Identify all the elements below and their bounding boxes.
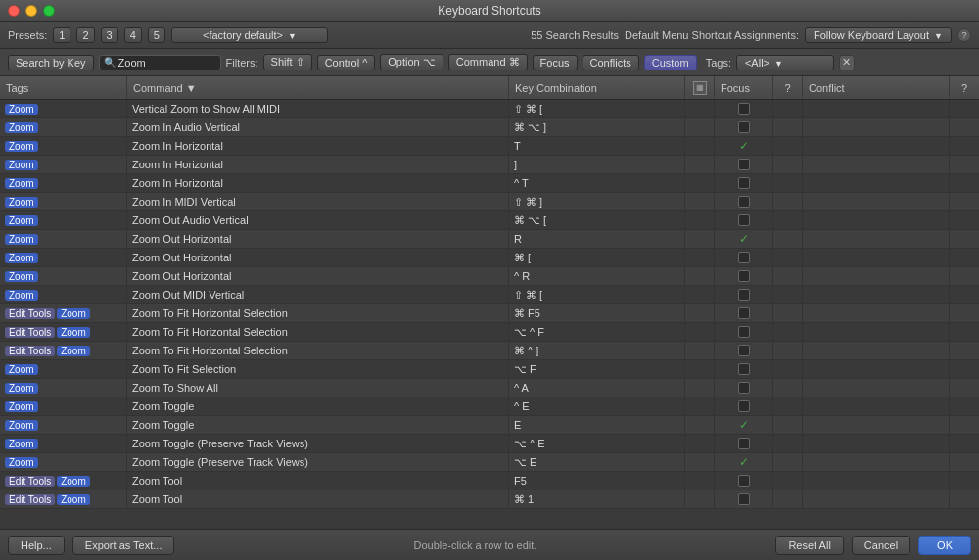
layout-dropdown[interactable]: Follow Keyboard Layout ▼ (805, 27, 952, 43)
table-row[interactable]: ZoomZoom Out Audio Vertical⌘ ⌥ [ (0, 211, 979, 230)
table-row[interactable]: ZoomZoom Toggle^ E (0, 397, 979, 416)
filmstrip-cell (685, 435, 715, 452)
command-cell: Zoom In Horizontal (127, 156, 509, 173)
col-header-focus-help[interactable]: ? (773, 76, 803, 99)
preset-1-button[interactable]: 1 (53, 27, 70, 43)
search-by-key-button[interactable]: Search by Key (8, 55, 94, 70)
filmstrip-cell (685, 342, 715, 359)
minimize-button[interactable] (25, 5, 37, 17)
preset-dropdown[interactable]: <factory default> ▼ (171, 27, 328, 43)
tag-badge: Zoom (5, 160, 38, 170)
conflict-help-cell (950, 286, 979, 303)
conflict-cell (803, 304, 950, 322)
conflict-help-cell (950, 174, 979, 192)
table-row[interactable]: Edit ToolsZoomZoom To Fit Horizontal Sel… (0, 342, 979, 360)
command-cell: Vertical Zoom to Show All MIDI (127, 100, 509, 117)
table-row[interactable]: ZoomZoom ToggleE✓ (0, 416, 979, 435)
preset-4-button[interactable]: 4 (124, 27, 142, 43)
table-row[interactable]: ZoomZoom Out MIDI Vertical⇧ ⌘ [ (0, 286, 979, 304)
command-cell: Zoom Toggle (Preserve Track Views) (127, 453, 509, 471)
cancel-button[interactable]: Cancel (852, 536, 910, 555)
focus-help-cell (773, 156, 803, 173)
tag-badge: Zoom (5, 178, 38, 189)
search-results: 55 Search Results (531, 29, 619, 41)
table-row[interactable]: Edit ToolsZoomZoom Tool⌘ 1 (0, 490, 979, 509)
focus-help-cell (773, 304, 803, 322)
help-button[interactable]: Help... (8, 536, 65, 555)
tags-cell: Zoom (0, 174, 127, 192)
reset-all-button[interactable]: Reset All (775, 536, 843, 555)
table-row[interactable]: ZoomZoom Out Horizontal^ R (0, 267, 979, 286)
conflict-help-cell (950, 249, 979, 266)
tag-badge: Zoom (5, 197, 38, 208)
conflict-help-cell (950, 267, 979, 285)
custom-filter-button[interactable]: Custom (644, 55, 697, 70)
close-button[interactable] (8, 5, 20, 17)
ok-button[interactable]: OK (918, 536, 971, 555)
table-row[interactable]: ZoomZoom To Fit Selection⌥ F (0, 360, 979, 379)
table-row[interactable]: ZoomZoom Out HorizontalR✓ (0, 230, 979, 249)
presets-label: Presets: (8, 29, 47, 41)
filmstrip-cell (685, 472, 715, 490)
tag-badge: Zoom (5, 457, 38, 468)
table-row[interactable]: Edit ToolsZoomZoom To Fit Horizontal Sel… (0, 323, 979, 342)
key-cell: ^ E (509, 397, 685, 415)
table-row[interactable]: ZoomZoom Toggle (Preserve Track Views)⌥ … (0, 435, 979, 453)
key-cell: ⌘ ⌥ ] (509, 118, 685, 136)
table-row[interactable]: ZoomZoom In Audio Vertical⌘ ⌥ ] (0, 118, 979, 137)
table-row[interactable]: ZoomZoom In HorizontalT✓ (0, 137, 979, 156)
preset-2-button[interactable]: 2 (76, 27, 94, 43)
table-row[interactable]: ZoomZoom To Show All^ A (0, 379, 979, 397)
control-filter-button[interactable]: Control ^ (317, 55, 376, 70)
help-icon[interactable]: ? (957, 28, 971, 42)
focus-help-cell (773, 323, 803, 341)
focus-help-cell (773, 211, 803, 229)
col-header-command[interactable]: Command ▼ (127, 76, 509, 99)
table-row[interactable]: ZoomZoom Out Horizontal⌘ [ (0, 249, 979, 267)
tags-dropdown[interactable]: <All> ▼ (736, 55, 834, 70)
tags-cell: Zoom (0, 230, 127, 248)
table-row[interactable]: ZoomZoom Toggle (Preserve Track Views)⌥ … (0, 453, 979, 472)
command-filter-button[interactable]: Command ⌘ (448, 54, 528, 70)
table-row[interactable]: ZoomZoom In MIDI Vertical⇧ ⌘ ] (0, 193, 979, 211)
command-cell: Zoom To Fit Horizontal Selection (127, 342, 509, 359)
table-row[interactable]: ZoomZoom In Horizontal^ T (0, 174, 979, 193)
maximize-button[interactable] (43, 5, 55, 17)
tags-cell: Zoom (0, 118, 127, 136)
preset-5-button[interactable]: 5 (148, 27, 165, 43)
export-button[interactable]: Export as Text... (72, 536, 175, 555)
filter-bar: Search by Key 🔍 Filters: Shift ⇧ Control… (0, 49, 979, 76)
conflict-cell (803, 249, 950, 266)
conflicts-filter-button[interactable]: Conflicts (583, 55, 639, 70)
tags-cell: Zoom (0, 435, 127, 452)
tags-cell: Zoom (0, 249, 127, 266)
conflict-cell (803, 490, 950, 508)
tags-label: Tags: (706, 57, 731, 69)
command-cell: Zoom Tool (127, 490, 509, 508)
filmstrip-cell (685, 249, 715, 266)
tags-cell: Zoom (0, 360, 127, 378)
option-filter-button[interactable]: Option ⌥ (380, 54, 443, 70)
clear-filter-button[interactable]: ✕ (839, 55, 855, 70)
tag-badge: Edit Tools (5, 308, 55, 319)
search-box: 🔍 (99, 55, 221, 70)
key-cell: E (509, 416, 685, 434)
conflict-help-cell (950, 211, 979, 229)
table-row[interactable]: ZoomVertical Zoom to Show All MIDI⇧ ⌘ [ (0, 100, 979, 118)
col-header-conflict-help[interactable]: ? (950, 76, 979, 99)
focus-cell (715, 286, 773, 303)
toolbar: Presets: 1 2 3 4 5 <factory default> ▼ 5… (0, 22, 979, 49)
focus-cell: ✓ (715, 453, 773, 471)
conflict-help-cell (950, 100, 979, 117)
filmstrip-cell (685, 193, 715, 210)
tag-badge: Zoom (5, 364, 38, 375)
filmstrip-cell (685, 174, 715, 192)
table-row[interactable]: Edit ToolsZoomZoom To Fit Horizontal Sel… (0, 304, 979, 323)
shift-filter-button[interactable]: Shift ⇧ (263, 54, 312, 70)
focus-filter-button[interactable]: Focus (533, 55, 578, 70)
preset-3-button[interactable]: 3 (101, 27, 118, 43)
conflict-cell (803, 416, 950, 434)
table-row[interactable]: ZoomZoom In Horizontal] (0, 156, 979, 174)
table-row[interactable]: Edit ToolsZoomZoom ToolF5 (0, 472, 979, 490)
search-input[interactable] (118, 57, 216, 69)
